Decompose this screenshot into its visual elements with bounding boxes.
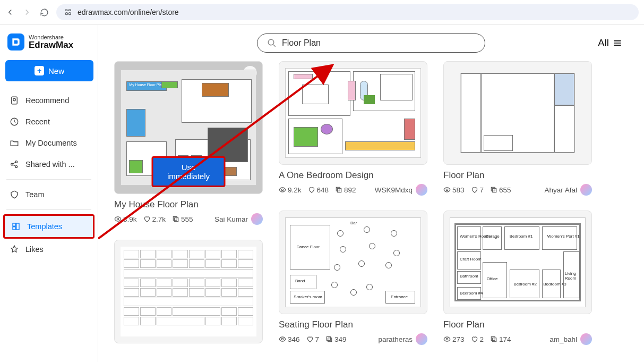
avatar [416, 184, 427, 196]
heart-icon [143, 215, 151, 223]
sidebar-item-label: Templates [27, 222, 62, 231]
template-card[interactable]: Floor Plan 583 7 655 Ahyar Afal [443, 61, 592, 196]
copy-icon [335, 186, 342, 193]
sidebar-item-team[interactable]: Team [3, 184, 95, 205]
sidebar-item-templates[interactable]: Templates [3, 214, 95, 239]
template-card[interactable]: ♡ My House Floor Plan [114, 61, 263, 225]
sidebar-item-recent[interactable]: Recent [3, 111, 95, 132]
template-card[interactable]: A One Bedroom Design 9.2k 648 892 WSK9Md… [279, 61, 427, 196]
use-immediately-button[interactable]: Use immediately [152, 156, 226, 187]
sidebar-item-label: My Documents [25, 139, 77, 147]
forward-button[interactable] [22, 7, 32, 17]
sidebar-item-label: Likes [25, 245, 44, 254]
card-stats: 346 7 349 [279, 335, 347, 343]
svg-rect-25 [493, 189, 496, 192]
eye-icon [279, 186, 286, 193]
team-icon [10, 190, 19, 199]
svg-rect-4 [12, 97, 18, 104]
card-title: Seating Floor Plan [279, 319, 427, 330]
heart-icon [471, 186, 478, 193]
template-card[interactable]: Women's Room Garage Bedroom #1 Women's P… [443, 211, 592, 345]
svg-rect-26 [491, 187, 495, 191]
heart-icon [471, 335, 478, 343]
filter-all[interactable]: All [598, 37, 623, 49]
card-stats: 273 2 174 [443, 335, 511, 343]
back-button[interactable] [5, 7, 15, 17]
card-author: WSK9Mdxq [375, 184, 427, 196]
url-text: edrawmax.com/online/en/store [78, 8, 179, 16]
template-card[interactable]: Dance Floor Band Smoker's room Entrance … [279, 211, 427, 345]
svg-point-14 [268, 39, 274, 45]
card-stats: 583 7 655 [443, 186, 511, 194]
heart-icon [306, 335, 314, 343]
sidebar-item-likes[interactable]: Likes [3, 239, 95, 260]
card-title: Floor Plan [443, 319, 592, 330]
svg-point-27 [446, 338, 448, 340]
copies-stat: 555 [172, 215, 193, 223]
svg-point-5 [13, 98, 16, 101]
reload-button[interactable] [39, 7, 49, 17]
avatar [580, 333, 592, 345]
avatar [416, 333, 427, 345]
sidebar-item-label: Recent [25, 117, 50, 126]
sidebar-item-shared[interactable]: Shared with ... [3, 154, 95, 175]
heart-icon [308, 186, 315, 193]
svg-point-3 [68, 13, 71, 15]
svg-rect-22 [328, 338, 332, 342]
card-title: A One Bedroom Design [279, 170, 427, 181]
star-icon [10, 245, 19, 254]
svg-rect-28 [493, 338, 496, 342]
address-bar[interactable]: edrawmax.com/online/en/store [56, 4, 639, 20]
card-title: My House Floor Plan [114, 199, 263, 210]
card-author: Ahyar Afal [544, 184, 592, 196]
app-logo: Wondershare EdrawMax [3, 31, 95, 58]
svg-rect-1 [68, 10, 71, 11]
card-title: Floor Plan [443, 170, 592, 181]
search-icon [267, 38, 277, 48]
svg-point-18 [281, 189, 284, 191]
search-box[interactable] [257, 33, 485, 53]
new-button[interactable]: + New [5, 60, 93, 81]
site-settings-icon [64, 8, 72, 16]
card-author: paratheras [378, 333, 427, 345]
svg-rect-17 [173, 216, 177, 220]
sidebar-item-recommend[interactable]: Recommend [3, 90, 95, 111]
svg-rect-0 [65, 10, 67, 11]
logo-icon [7, 33, 24, 50]
views-stat: 3.9k [114, 215, 137, 223]
recommend-icon [10, 96, 19, 105]
copy-icon [172, 215, 179, 223]
sidebar-item-label: Team [25, 190, 44, 199]
sidebar-item-mydocs[interactable]: My Documents [3, 132, 95, 154]
templates-icon [11, 222, 21, 231]
card-author: Sai Kumar [214, 213, 263, 225]
divider [6, 209, 91, 210]
card-stats: 3.9k 2.7k 555 [114, 215, 193, 223]
filter-label: All [598, 37, 609, 49]
search-input[interactable] [282, 38, 475, 48]
svg-point-24 [446, 189, 448, 191]
svg-point-15 [117, 218, 119, 220]
svg-rect-29 [491, 336, 495, 340]
plus-icon: + [35, 66, 44, 75]
svg-rect-16 [175, 218, 178, 222]
card-author: am_bahl [549, 333, 592, 345]
template-card[interactable] [114, 240, 263, 343]
copy-icon [325, 335, 333, 343]
avatar [251, 213, 263, 225]
likes-stat: 2.7k [143, 215, 166, 223]
sidebar-item-label: Shared with ... [25, 160, 75, 169]
sidebar: Wondershare EdrawMax + New Recommend Rec… [0, 25, 98, 362]
svg-rect-11 [16, 223, 19, 230]
card-stats: 9.2k 648 892 [279, 186, 356, 194]
eye-icon [279, 335, 286, 343]
svg-point-2 [65, 13, 67, 15]
brand-top: Wondershare [29, 34, 73, 40]
new-button-label: New [48, 66, 64, 75]
brand-bottom: EdrawMax [29, 40, 73, 50]
avatar [580, 184, 592, 196]
copy-icon [490, 335, 497, 343]
menu-icon [612, 38, 623, 48]
eye-icon [443, 186, 451, 193]
svg-rect-20 [336, 187, 340, 191]
